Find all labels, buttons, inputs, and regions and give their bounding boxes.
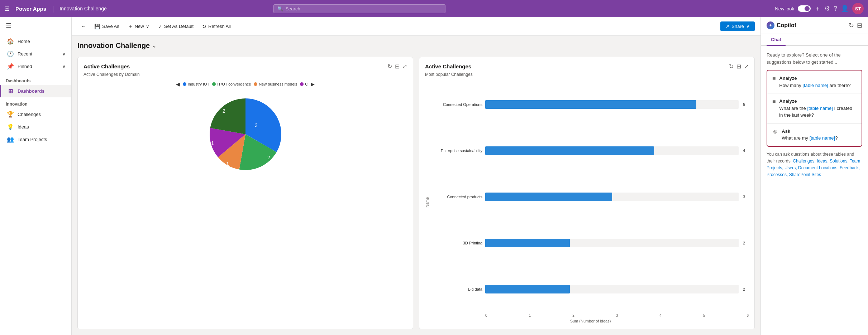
bar-track-3 (485, 239, 739, 247)
x-axis-label: Sum (Number of ideas) (432, 319, 749, 323)
legend-item-new-business: New business models (254, 82, 297, 86)
avatar[interactable]: ST (852, 3, 864, 14)
suggestion-link-1[interactable]: [table name] (807, 106, 833, 111)
sidebar-recent-label: Recent (18, 51, 32, 57)
bar-export-icon[interactable]: ⊟ (736, 63, 741, 70)
save-as-button[interactable]: 💾 Save As (91, 21, 123, 31)
bar-track-4 (485, 285, 739, 293)
sidebar-item-dashboards[interactable]: ⊞ Dashboards (0, 85, 71, 97)
sidebar-item-recent[interactable]: 🕐 Recent ∨ (0, 48, 71, 60)
nav-divider: | (52, 5, 54, 13)
challenges-icon: 🏆 (7, 111, 14, 118)
bar-value-2: 3 (743, 195, 749, 199)
copilot-logo: ✦ Copilot (767, 21, 796, 29)
bar-label-1: Enterprise sustainability (432, 149, 482, 153)
home-icon: 🏠 (7, 38, 14, 45)
y-axis-label: Name (425, 81, 429, 323)
search-input[interactable] (285, 6, 442, 11)
sidebar-item-challenges[interactable]: 🏆 Challenges (0, 108, 71, 121)
bar-label-4: Big data (432, 287, 482, 291)
share-icon: ↗ (725, 24, 729, 29)
pie-container: ◀ Industry IOT IT/OT convergence (84, 81, 407, 323)
pie-refresh-icon[interactable]: ↻ (387, 63, 392, 70)
copilot-header: ✦ Copilot ↻ ⊟ (761, 17, 868, 34)
refresh-all-button[interactable]: ↻ Refresh All (199, 21, 234, 31)
new-look-toggle[interactable] (798, 5, 811, 12)
pinned-icon: 📌 (7, 63, 14, 70)
share-label: Share (731, 24, 744, 29)
copilot-suggestion-0[interactable]: ≡ Analyze How many [table name] are ther… (767, 71, 862, 93)
x-tick-2: 2 (572, 314, 574, 317)
x-tick-6: 6 (747, 314, 749, 317)
dashboard-title: Innovation Challenge ⌄ (77, 42, 755, 50)
waffle-icon[interactable]: ⊞ (4, 5, 10, 13)
bar-track-2 (485, 193, 739, 201)
profile-icon[interactable]: 👤 (841, 5, 849, 13)
suggestion-link-0[interactable]: [table name] (802, 83, 828, 88)
dashboard-body: Innovation Challenge ⌄ Active Challenges… (72, 36, 760, 335)
suggestion-icon-1: ≡ (772, 98, 776, 105)
copilot-suggestion-1[interactable]: ≡ Analyze What are the [table name] I cr… (767, 93, 862, 123)
legend-dot-itot (212, 82, 216, 86)
copilot-header-actions: ↻ ⊟ (849, 21, 862, 29)
suggestion-link-2[interactable]: [table name] (810, 135, 835, 141)
recent-expand-icon: ∨ (62, 52, 66, 57)
copilot-refresh-icon[interactable]: ↻ (849, 21, 854, 29)
suggestion-text-1: Analyze What are the [table name] I crea… (779, 98, 857, 119)
suggestion-icon-2: ☺ (772, 128, 778, 135)
bar-value-0: 5 (743, 102, 749, 107)
bar-chart: Connected Operations 5 Enterprise sustai… (432, 81, 749, 312)
back-button[interactable]: ← (77, 21, 89, 31)
copilot-suggestion-2[interactable]: ☺ Ask What are my [table name]? (767, 123, 862, 146)
pie-chart-card: Active Challenges ↻ ⊟ ⤢ Active Challenge… (77, 57, 413, 329)
share-button[interactable]: ↗ Share ∨ (720, 21, 755, 31)
sidebar-item-team-projects[interactable]: 👥 Team Projects (0, 133, 71, 146)
suggestion-icon-0: ≡ (772, 76, 776, 82)
pie-expand-icon[interactable]: ⤢ (402, 63, 407, 70)
bar-value-3: 2 (743, 241, 749, 245)
new-button[interactable]: ＋ New ∨ (124, 21, 153, 32)
sidebar-item-pinned[interactable]: 📌 Pinned ∨ (0, 60, 71, 73)
bar-fill-4 (485, 285, 570, 293)
pie-chart-header: Active Challenges ↻ ⊟ ⤢ (84, 63, 407, 70)
pie-next-icon[interactable]: ▶ (311, 81, 315, 87)
top-nav: ⊞ Power Apps | Innovation Challenge 🔍 Ne… (0, 0, 868, 17)
copilot-tab-chat[interactable]: Chat (767, 34, 786, 46)
pie-label-5: 2 (223, 108, 225, 114)
x-tick-4: 4 (659, 314, 662, 317)
bar-row-0: Connected Operations 5 (432, 100, 749, 109)
bar-chart-title: Active Challenges (425, 63, 471, 69)
bar-fill-0 (485, 100, 696, 109)
save-as-icon: 💾 (94, 24, 100, 29)
sidebar-nav-section: 🏠 Home 🕐 Recent ∨ 📌 Pinned ∨ (0, 34, 71, 74)
pie-prev-icon[interactable]: ◀ (176, 81, 180, 87)
sidebar-dashboards-label: Dashboards (18, 88, 44, 94)
sidebar-home-label: Home (18, 39, 30, 44)
suggestion-type-1: Analyze (779, 98, 857, 105)
sidebar-hamburger[interactable]: ☰ (0, 17, 71, 34)
sidebar-item-ideas[interactable]: 💡 Ideas (0, 121, 71, 133)
legend-label-industry-iot: Industry IOT (188, 82, 210, 86)
bar-value-1: 4 (743, 149, 749, 153)
set-as-default-button[interactable]: ✓ Set As Default (154, 21, 197, 31)
copilot-tabs: Chat (761, 34, 868, 46)
pie-label-2: 2 (267, 155, 270, 160)
new-label: New (135, 24, 144, 29)
sidebar-item-home[interactable]: 🏠 Home (0, 35, 71, 48)
search-bar[interactable]: 🔍 (273, 4, 445, 13)
x-tick-5: 5 (703, 314, 705, 317)
dashboard-title-chevron[interactable]: ⌄ (152, 43, 156, 49)
pie-chart-title: Active Challenges (84, 63, 130, 69)
innovation-section-label: Innovation (0, 97, 71, 108)
bar-expand-icon[interactable]: ⤢ (744, 63, 749, 70)
copilot-logo-icon: ✦ (767, 21, 774, 29)
legend-item-itot: IT/OT convergence (212, 82, 251, 86)
pie-export-icon[interactable]: ⊟ (395, 63, 400, 70)
settings-icon[interactable]: ⚙ (824, 5, 830, 13)
bar-chart-layout: Name Connected Operations 5 (425, 81, 749, 323)
copilot-settings-icon[interactable]: ⊟ (857, 21, 862, 29)
help-icon[interactable]: ? (834, 5, 837, 13)
bar-refresh-icon[interactable]: ↻ (729, 63, 734, 70)
add-icon[interactable]: ＋ (814, 4, 821, 13)
bar-track-0 (485, 100, 739, 109)
